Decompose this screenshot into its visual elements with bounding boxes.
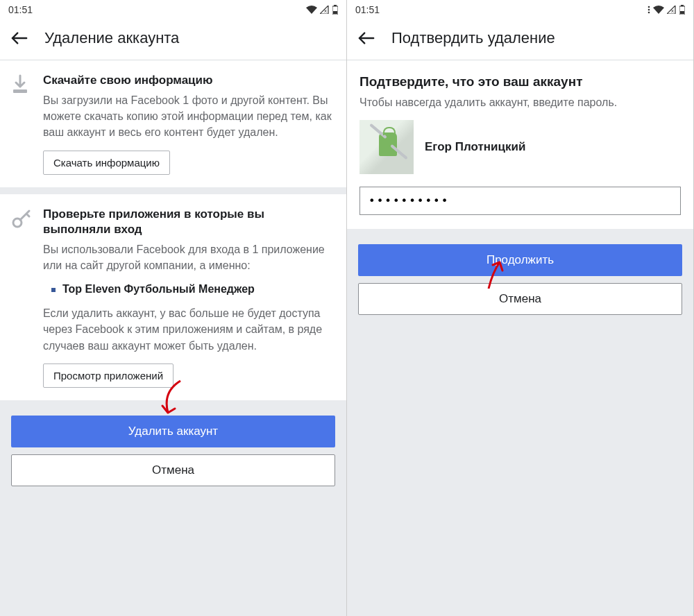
svg-point-8 xyxy=(648,12,650,14)
status-icons: x xyxy=(306,5,338,15)
header: Подтвердить удаление xyxy=(347,19,693,60)
apps-title: Проверьте приложения в которые вы выполн… xyxy=(43,207,335,237)
arrow-left-icon xyxy=(11,31,28,45)
apps-text-after: Если удалить аккаунт, у вас больше не бу… xyxy=(43,305,335,354)
svg-point-7 xyxy=(648,9,650,11)
battery-icon xyxy=(332,5,338,15)
bullet-icon xyxy=(51,288,56,292)
confirm-subtitle: Чтобы навсегда удалить аккаунт, введите … xyxy=(359,95,681,110)
confirm-card: Подтвердите, что это ваш аккаунт Чтобы н… xyxy=(347,60,693,229)
footer-right: Продолжить Отмена xyxy=(347,236,693,323)
download-info-button[interactable]: Скачать информацию xyxy=(43,151,170,175)
svg-rect-12 xyxy=(680,11,684,14)
svg-rect-2 xyxy=(334,5,337,6)
key-icon xyxy=(11,208,33,229)
back-button[interactable] xyxy=(11,30,28,46)
page-title: Подтвердить удаление xyxy=(391,29,555,47)
confirm-title: Подтвердите, что это ваш аккаунт xyxy=(359,74,681,89)
status-bar: 01:51 x xyxy=(0,0,346,19)
svg-rect-11 xyxy=(681,5,684,6)
signal-icon: x xyxy=(667,6,677,14)
svg-text:x: x xyxy=(671,8,674,14)
app-name: Top Eleven Футбольный Менеджер xyxy=(62,283,255,295)
wifi-icon xyxy=(306,6,317,14)
screen-confirm-delete: 01:51 x Подтвердить удаление Подтвердите… xyxy=(347,0,694,616)
download-text: Вы загрузили на Facebook 1 фото и другой… xyxy=(43,92,335,141)
status-time: 01:51 xyxy=(8,4,33,15)
status-time: 01:51 xyxy=(355,4,380,15)
status-bar: 01:51 x xyxy=(347,0,693,19)
screen-delete-account: 01:51 x Удаление аккаунта Скачайте свою … xyxy=(0,0,347,616)
review-apps-card: Проверьте приложения в которые вы выполн… xyxy=(0,194,346,400)
cancel-button[interactable]: Отмена xyxy=(358,283,682,315)
back-button[interactable] xyxy=(358,30,375,46)
more-icon xyxy=(648,6,650,14)
signal-icon: x xyxy=(320,6,330,14)
user-name: Егор Плотницкий xyxy=(425,140,525,154)
svg-rect-3 xyxy=(333,11,337,14)
spacer xyxy=(347,323,693,616)
avatar xyxy=(359,120,414,174)
password-input[interactable] xyxy=(359,187,681,215)
svg-rect-4 xyxy=(13,89,27,93)
header: Удаление аккаунта xyxy=(0,19,346,60)
svg-text:x: x xyxy=(324,8,327,14)
cancel-button[interactable]: Отмена xyxy=(11,454,335,486)
status-icons: x xyxy=(648,5,685,15)
page-title: Удаление аккаунта xyxy=(44,29,179,47)
arrow-left-icon xyxy=(358,31,375,45)
continue-button[interactable]: Продолжить xyxy=(358,244,682,276)
wifi-icon xyxy=(653,6,664,14)
app-list: Top Eleven Футбольный Менеджер xyxy=(51,283,335,296)
svg-point-6 xyxy=(648,6,650,8)
download-icon xyxy=(11,74,33,95)
download-info-card: Скачайте свою информацию Вы загрузили на… xyxy=(0,60,346,187)
footer-left: Удалить аккаунт Отмена xyxy=(0,407,346,495)
apps-text-before: Вы использовали Facebook для входа в 1 п… xyxy=(43,241,335,273)
app-item: Top Eleven Футбольный Менеджер xyxy=(51,283,335,296)
view-apps-button[interactable]: Просмотр приложений xyxy=(43,363,174,388)
delete-account-button[interactable]: Удалить аккаунт xyxy=(11,416,335,447)
user-row: Егор Плотницкий xyxy=(359,120,681,174)
download-title: Скачайте свою информацию xyxy=(43,73,335,88)
battery-icon xyxy=(679,5,685,15)
